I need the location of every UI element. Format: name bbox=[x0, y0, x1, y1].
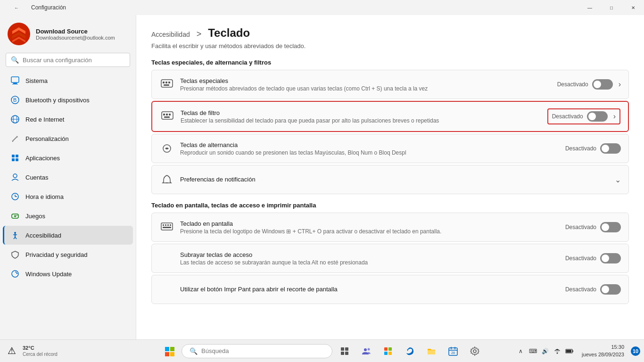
titlebar-left: ← Configuración bbox=[6, 0, 66, 15]
subrayar-acceso-name: Subrayar teclas de acceso bbox=[180, 251, 560, 258]
sidebar-item-personalizacion[interactable]: Personalización bbox=[3, 129, 133, 148]
network-tray-icon[interactable] bbox=[552, 346, 563, 357]
windows-start-button[interactable] bbox=[160, 342, 179, 361]
svg-rect-57 bbox=[341, 352, 344, 355]
teclas-alternancia-name: Teclas de alternancia bbox=[180, 141, 560, 148]
setting-teclado-pantalla[interactable]: Teclado en pantalla Presione la tecla de… bbox=[151, 213, 629, 242]
svg-rect-62 bbox=[388, 347, 392, 351]
teclas-filtro-chevron: › bbox=[613, 112, 616, 121]
teclas-alternancia-text: Teclas de alternancia Reproducir un soni… bbox=[180, 141, 560, 156]
sidebar-item-privacidad[interactable]: Privacidad y seguridad bbox=[3, 245, 133, 264]
sidebar-item-juegos[interactable]: Juegos bbox=[3, 206, 133, 225]
impr-pant-toggle[interactable] bbox=[600, 284, 621, 295]
settings-taskbar-button[interactable] bbox=[465, 342, 484, 361]
sidebar-item-red[interactable]: Red e Internet bbox=[3, 110, 133, 129]
svg-point-18 bbox=[13, 174, 17, 178]
battery-tray-icon[interactable] bbox=[564, 346, 575, 357]
weather-desc: Cerca del récord bbox=[23, 351, 58, 357]
bluetooth-icon: B bbox=[10, 95, 20, 105]
notification-preferences-text: Preferencias de notificación bbox=[180, 176, 609, 184]
store-button[interactable] bbox=[379, 342, 397, 361]
task-view-button[interactable] bbox=[335, 342, 354, 361]
file-explorer-button[interactable] bbox=[422, 342, 441, 361]
svg-rect-58 bbox=[345, 352, 348, 355]
svg-rect-36 bbox=[168, 82, 170, 83]
sidebar-item-bluetooth[interactable]: B Bluetooth y dispositivos bbox=[3, 90, 133, 109]
close-button[interactable]: ✕ bbox=[622, 0, 644, 15]
teclas-especiales-name: Teclas especiales bbox=[180, 77, 552, 84]
accessibility-icon bbox=[10, 230, 20, 240]
teclas-filtro-toggle[interactable] bbox=[587, 111, 608, 122]
setting-subrayar-acceso[interactable]: Subrayar teclas de acceso Las teclas de … bbox=[151, 244, 629, 273]
setting-teclas-filtro[interactable]: Teclas de filtro Establecer la sensibili… bbox=[151, 101, 629, 132]
calendar-button[interactable]: 28 bbox=[444, 342, 462, 361]
notification-icon bbox=[159, 172, 174, 187]
svg-rect-50 bbox=[163, 227, 171, 228]
user-email: Downloadsourcenet@outlook.com bbox=[36, 35, 128, 41]
svg-rect-15 bbox=[16, 155, 18, 157]
svg-point-71 bbox=[473, 350, 476, 353]
sidebar-label-accesibilidad: Accesibilidad bbox=[25, 232, 125, 239]
svg-rect-51 bbox=[165, 347, 169, 351]
subrayar-acceso-toggle[interactable] bbox=[600, 253, 621, 263]
sidebar-item-cuentas[interactable]: Cuentas bbox=[3, 168, 133, 187]
section1-title: Teclas especiales, de alternancia y filt… bbox=[151, 59, 629, 66]
taskbar-search-input[interactable] bbox=[201, 347, 324, 354]
speaker-tray-icon[interactable]: 🔊 bbox=[539, 346, 551, 357]
sidebar-item-sistema[interactable]: Sistema bbox=[3, 71, 133, 90]
setting-teclas-alternancia[interactable]: Teclas de alternancia Reproducir un soni… bbox=[151, 134, 629, 163]
sidebar-item-update[interactable]: Windows Update bbox=[3, 264, 133, 283]
teclado-pantalla-status: Desactivado bbox=[565, 224, 596, 230]
weather-info: 32°C Cerca del récord bbox=[19, 345, 61, 357]
svg-rect-41 bbox=[169, 114, 171, 115]
maximize-button[interactable]: □ bbox=[601, 0, 622, 15]
teclado-pantalla-toggle[interactable] bbox=[600, 222, 621, 232]
sidebar-item-hora[interactable]: Hora e idioma bbox=[3, 187, 133, 206]
teclas-alternancia-toggle[interactable] bbox=[600, 143, 621, 154]
sistema-icon bbox=[10, 76, 20, 85]
sidebar-item-aplicaciones[interactable]: Aplicaciones bbox=[3, 148, 133, 167]
svg-point-25 bbox=[17, 215, 17, 216]
sidebar-search-box[interactable]: 🔍 bbox=[6, 53, 130, 67]
page-title: Teclado bbox=[208, 26, 250, 40]
back-button[interactable]: ← bbox=[6, 0, 27, 15]
sidebar-search-input[interactable] bbox=[23, 57, 125, 64]
impr-pant-status: Desactivado bbox=[565, 286, 596, 293]
svg-rect-37 bbox=[164, 84, 169, 86]
teams-button[interactable] bbox=[357, 342, 376, 361]
teclas-filtro-control: Desactivado › bbox=[547, 108, 620, 124]
svg-rect-42 bbox=[164, 116, 170, 118]
setting-impr-pant[interactable]: Utilizar el botón Impr Pant para abrir e… bbox=[151, 275, 629, 304]
notification-badge[interactable]: 10 bbox=[631, 346, 640, 356]
svg-rect-4 bbox=[13, 83, 17, 84]
impr-pant-text: Utilizar el botón Impr Pant para abrir e… bbox=[180, 286, 560, 294]
svg-point-59 bbox=[364, 348, 367, 351]
chevron-up-tray[interactable]: ∧ bbox=[515, 346, 526, 357]
svg-point-26 bbox=[14, 232, 16, 234]
sidebar-nav: Sistema B Bluetooth y dispositivos Red e… bbox=[0, 71, 136, 284]
sidebar-item-accesibilidad[interactable]: Accesibilidad bbox=[3, 226, 133, 245]
sidebar-label-privacidad: Privacidad y seguridad bbox=[25, 251, 125, 258]
teclas-especiales-toggle[interactable] bbox=[592, 79, 613, 90]
app-body: Download Source Downloadsourcenet@outloo… bbox=[0, 15, 644, 339]
svg-line-30 bbox=[15, 237, 17, 239]
weather-widget[interactable]: ⚠ 32°C Cerca del récord bbox=[4, 345, 65, 357]
taskbar-search-box[interactable]: 🔍 bbox=[182, 344, 332, 358]
breadcrumb-separator: > bbox=[197, 29, 202, 39]
keyboard-tray-icon[interactable]: ⌨ bbox=[527, 346, 538, 357]
svg-point-72 bbox=[557, 352, 558, 354]
svg-marker-32 bbox=[16, 273, 18, 274]
sidebar-label-aplicaciones: Aplicaciones bbox=[25, 155, 125, 162]
teclas-especiales-status: Desactivado bbox=[557, 81, 588, 88]
teclas-filtro-name: Teclas de filtro bbox=[181, 109, 542, 116]
subrayar-acceso-icon bbox=[159, 251, 174, 266]
setting-teclas-especiales[interactable]: Teclas especiales Presionar métodos abre… bbox=[151, 70, 629, 99]
notification-preferences-row[interactable]: Preferencias de notificación ⌄ bbox=[151, 165, 629, 194]
section2-title: Teclado en pantalla, teclas de acceso e … bbox=[151, 202, 629, 209]
system-clock[interactable]: 15:30 jueves 28/09/2023 bbox=[578, 344, 628, 358]
breadcrumb-parent: Accesibilidad bbox=[151, 31, 190, 38]
edge-button[interactable] bbox=[400, 342, 419, 361]
svg-line-11 bbox=[12, 137, 17, 141]
taskbar-center: 🔍 28 bbox=[160, 342, 484, 361]
minimize-button[interactable]: — bbox=[579, 0, 601, 15]
